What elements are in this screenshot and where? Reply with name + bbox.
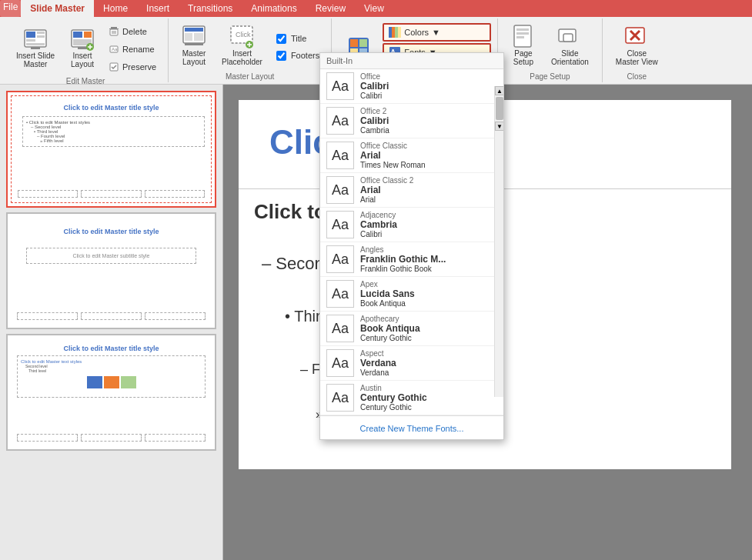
slide-thumb-2[interactable]: Click to edit Master title style Click t… bbox=[6, 212, 216, 329]
svg-rect-25 bbox=[185, 28, 203, 32]
slide-inner-2: Click to edit Master title style Click t… bbox=[11, 217, 212, 325]
font-body-officeclassic2: Arial bbox=[360, 195, 413, 204]
master-layout-label: Master Layout bbox=[182, 49, 206, 66]
preserve-button[interactable]: Preserve bbox=[103, 58, 162, 75]
delete-icon bbox=[109, 26, 119, 37]
svg-rect-28 bbox=[185, 43, 203, 45]
tab-file[interactable]: File bbox=[0, 0, 21, 17]
font-item-officeclassic[interactable]: Aa Office Classic Arial Times New Roman bbox=[320, 138, 503, 173]
ribbon-tabs: File Slide Master Home Insert Transition… bbox=[0, 0, 752, 17]
font-theme-austin: Austin bbox=[360, 384, 427, 392]
font-preview-apex: Aa bbox=[326, 280, 354, 308]
slide3-title: Click to edit Master title style bbox=[11, 345, 212, 352]
insert-placeholder-label: Insert Placeholder bbox=[222, 49, 262, 66]
page-setup-button[interactable]: Page Setup bbox=[504, 20, 543, 71]
insert-slide-master-icon bbox=[23, 27, 48, 52]
insert-placeholder-icon: Click bbox=[229, 25, 254, 49]
footers-check[interactable] bbox=[276, 51, 286, 61]
slide-thumb-1[interactable]: 1 Click to edit Master title style • Cli… bbox=[6, 91, 216, 208]
close-buttons: Close Master View bbox=[609, 20, 665, 71]
font-body-aspect: Verdana bbox=[360, 368, 396, 377]
font-item-office[interactable]: Aa Office Calibri Calibri bbox=[320, 69, 503, 104]
svg-rect-26 bbox=[185, 33, 192, 41]
tab-view[interactable]: View bbox=[355, 0, 393, 17]
font-item-apex[interactable]: Aa Apex Lucida Sans Book Antiqua bbox=[320, 277, 503, 312]
tab-transitions[interactable]: Transitions bbox=[179, 0, 242, 17]
close-master-view-button[interactable]: Close Master View bbox=[609, 20, 665, 71]
svg-rect-48 bbox=[516, 28, 529, 31]
scroll-up-button[interactable]: ▲ bbox=[495, 86, 503, 95]
font-theme-apothecary: Apothecary bbox=[360, 315, 420, 323]
rename-button[interactable]: Aa Rename bbox=[103, 41, 162, 58]
font-item-office2[interactable]: Aa Office 2 Calibri Cambria bbox=[320, 104, 503, 138]
font-body-adjacency: Calibri bbox=[360, 230, 397, 238]
slide-orientation-icon bbox=[557, 25, 582, 49]
master-layout-button[interactable]: Master Layout bbox=[175, 20, 213, 71]
svg-rect-27 bbox=[194, 33, 203, 41]
slide2-title: Click to edit Master title style bbox=[11, 228, 212, 235]
insert-slide-master-button[interactable]: Insert Slide Master bbox=[9, 22, 62, 73]
group-edit-master: Insert Slide Master Insert Layout Delete… bbox=[3, 18, 169, 82]
delete-button[interactable]: Delete bbox=[103, 23, 162, 40]
page-setup-icon bbox=[511, 25, 536, 49]
title-checkbox[interactable]: Title bbox=[271, 31, 325, 47]
slide-thumb-3[interactable]: Click to edit Master title style Click t… bbox=[6, 334, 216, 451]
insert-layout-button[interactable]: Insert Layout bbox=[63, 22, 102, 73]
tab-slide-master[interactable]: Slide Master bbox=[21, 0, 94, 17]
font-heading-austin: Century Gothic bbox=[360, 392, 427, 403]
rename-icon: Aa bbox=[109, 44, 119, 55]
svg-rect-52 bbox=[563, 34, 573, 42]
tab-home[interactable]: Home bbox=[94, 0, 137, 17]
master-layout-icon bbox=[182, 25, 206, 49]
font-theme-adjacency: Adjacency bbox=[360, 211, 397, 219]
font-body-apex: Book Antiqua bbox=[360, 299, 415, 308]
colors-dropdown-icon: ▼ bbox=[432, 28, 440, 37]
tab-review[interactable]: Review bbox=[306, 0, 355, 17]
colors-button[interactable]: Colors ▼ bbox=[383, 23, 491, 42]
font-preview-angles: Aa bbox=[326, 245, 354, 273]
font-info-apex: Apex Lucida Sans Book Antiqua bbox=[360, 280, 415, 308]
create-new-theme-fonts-link[interactable]: Create New Theme Fonts... bbox=[360, 424, 464, 433]
slide-inner-3: Click to edit Master title style Click t… bbox=[11, 338, 212, 446]
font-info-office2: Office 2 Calibri Cambria bbox=[360, 107, 389, 135]
font-heading-aspect: Verdana bbox=[360, 358, 396, 368]
scroll-down-button[interactable]: ▼ bbox=[495, 122, 503, 131]
svg-rect-41 bbox=[395, 27, 398, 38]
insert-placeholder-button[interactable]: Click Insert Placeholder bbox=[215, 20, 269, 71]
font-theme-officeclassic2: Office Classic 2 bbox=[360, 176, 413, 185]
svg-rect-49 bbox=[516, 32, 529, 35]
font-item-adjacency[interactable]: Aa Adjacency Cambria Calibri bbox=[320, 208, 503, 242]
svg-rect-8 bbox=[73, 32, 82, 38]
svg-rect-2 bbox=[26, 39, 35, 42]
svg-rect-9 bbox=[84, 32, 92, 38]
slide-orientation-button[interactable]: Slide Orientation bbox=[544, 20, 596, 71]
svg-rect-5 bbox=[26, 43, 45, 45]
group-page-setup-label: Page Setup bbox=[530, 71, 570, 81]
font-heading-apothecary: Book Antiqua bbox=[360, 323, 420, 334]
footers-checkbox[interactable]: Footers bbox=[271, 48, 325, 64]
font-info-aspect: Aspect Verdana Verdana bbox=[360, 349, 396, 377]
dropdown-footer: Create New Theme Fonts... bbox=[320, 415, 503, 439]
font-item-austin[interactable]: Aa Austin Century Gothic Century Gothic bbox=[320, 381, 503, 415]
font-items-list: Aa Office Calibri Calibri Aa Office 2 Ca… bbox=[320, 69, 503, 415]
insert-layout-label: Insert Layout bbox=[71, 52, 94, 68]
font-body-officeclassic: Times New Roman bbox=[360, 161, 426, 169]
font-preview-office: Aa bbox=[326, 72, 354, 100]
svg-rect-6 bbox=[31, 47, 40, 49]
tab-insert[interactable]: Insert bbox=[137, 0, 179, 17]
font-item-officeclassic2[interactable]: Aa Office Classic 2 Arial Arial bbox=[320, 173, 503, 208]
scroll-thumb[interactable] bbox=[496, 97, 503, 120]
font-item-aspect[interactable]: Aa Aspect Verdana Verdana bbox=[320, 346, 503, 381]
font-item-apothecary[interactable]: Aa Apothecary Book Antiqua Century Gothi… bbox=[320, 312, 503, 346]
title-check[interactable] bbox=[276, 34, 286, 44]
svg-rect-50 bbox=[516, 36, 524, 38]
tab-animations[interactable]: Animations bbox=[242, 0, 306, 17]
dropdown-header: Built-In bbox=[320, 53, 503, 69]
svg-rect-36 bbox=[359, 39, 367, 47]
font-body-austin: Century Gothic bbox=[360, 403, 427, 412]
svg-rect-42 bbox=[398, 27, 401, 38]
font-preview-aspect: Aa bbox=[326, 349, 354, 377]
font-preview-austin: Aa bbox=[326, 384, 354, 412]
font-theme-office2: Office 2 bbox=[360, 107, 389, 115]
font-item-angles[interactable]: Aa Angles Franklin Gothic M... Franklin … bbox=[320, 242, 503, 277]
